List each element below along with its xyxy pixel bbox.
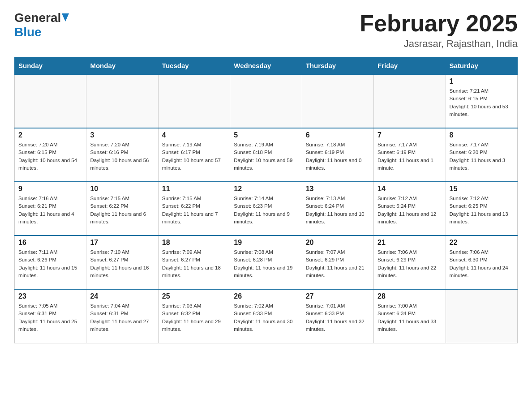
day-header-wednesday: Wednesday (230, 57, 302, 75)
day-info: Sunrise: 7:00 AMSunset: 6:34 PMDaylight:… (378, 302, 442, 333)
logo-blue-text: Blue (14, 25, 42, 39)
week-row-2: 2Sunrise: 7:20 AMSunset: 6:15 PMDaylight… (15, 128, 518, 182)
day-number: 27 (306, 292, 370, 300)
day-number: 5 (234, 131, 298, 139)
day-info: Sunrise: 7:06 AMSunset: 6:29 PMDaylight:… (378, 248, 442, 279)
calendar-cell: 18Sunrise: 7:09 AMSunset: 6:27 PMDayligh… (158, 235, 230, 289)
day-number: 19 (234, 239, 298, 247)
day-number: 12 (234, 185, 298, 193)
day-number: 22 (450, 239, 514, 247)
calendar-title: February 2025 (360, 11, 518, 36)
calendar-cell: 11Sunrise: 7:15 AMSunset: 6:22 PMDayligh… (158, 182, 230, 235)
calendar-cell: 19Sunrise: 7:08 AMSunset: 6:28 PMDayligh… (230, 235, 302, 289)
day-number: 17 (90, 239, 154, 247)
day-header-monday: Monday (86, 57, 158, 75)
day-info: Sunrise: 7:20 AMSunset: 6:15 PMDaylight:… (18, 141, 82, 172)
day-header-saturday: Saturday (446, 57, 517, 75)
day-info: Sunrise: 7:07 AMSunset: 6:29 PMDaylight:… (306, 248, 370, 279)
calendar-cell (230, 74, 302, 128)
day-header-tuesday: Tuesday (158, 57, 230, 75)
calendar-cell (302, 74, 373, 128)
calendar-cell: 12Sunrise: 7:14 AMSunset: 6:23 PMDayligh… (230, 182, 302, 235)
calendar-cell: 17Sunrise: 7:10 AMSunset: 6:27 PMDayligh… (86, 235, 158, 289)
day-number: 21 (378, 239, 442, 247)
day-info: Sunrise: 7:15 AMSunset: 6:22 PMDaylight:… (90, 195, 154, 226)
calendar-cell: 25Sunrise: 7:03 AMSunset: 6:32 PMDayligh… (158, 289, 230, 343)
day-number: 4 (162, 131, 226, 139)
title-section: February 2025 Jasrasar, Rajasthan, India (360, 11, 518, 50)
day-info: Sunrise: 7:19 AMSunset: 6:18 PMDaylight:… (234, 141, 298, 172)
calendar-cell: 13Sunrise: 7:13 AMSunset: 6:24 PMDayligh… (302, 182, 373, 235)
calendar-cell: 7Sunrise: 7:17 AMSunset: 6:19 PMDaylight… (374, 128, 446, 182)
logo: General Blue (14, 11, 69, 39)
day-info: Sunrise: 7:18 AMSunset: 6:19 PMDaylight:… (306, 141, 370, 172)
calendar-cell (446, 289, 517, 343)
day-number: 16 (18, 239, 82, 247)
days-header-row: SundayMondayTuesdayWednesdayThursdayFrid… (15, 57, 518, 75)
day-info: Sunrise: 7:08 AMSunset: 6:28 PMDaylight:… (234, 248, 298, 279)
day-info: Sunrise: 7:20 AMSunset: 6:16 PMDaylight:… (90, 141, 154, 172)
day-header-sunday: Sunday (15, 57, 86, 75)
week-row-1: 1Sunrise: 7:21 AMSunset: 6:15 PMDaylight… (15, 74, 518, 128)
calendar-cell (86, 74, 158, 128)
calendar-cell: 15Sunrise: 7:12 AMSunset: 6:25 PMDayligh… (446, 182, 517, 235)
day-number: 14 (378, 185, 442, 193)
week-row-3: 9Sunrise: 7:16 AMSunset: 6:21 PMDaylight… (15, 182, 518, 235)
calendar-cell: 10Sunrise: 7:15 AMSunset: 6:22 PMDayligh… (86, 182, 158, 235)
calendar-cell: 24Sunrise: 7:04 AMSunset: 6:31 PMDayligh… (86, 289, 158, 343)
calendar-cell: 8Sunrise: 7:17 AMSunset: 6:20 PMDaylight… (446, 128, 517, 182)
day-info: Sunrise: 7:04 AMSunset: 6:31 PMDaylight:… (90, 302, 154, 333)
calendar-cell: 28Sunrise: 7:00 AMSunset: 6:34 PMDayligh… (374, 289, 446, 343)
day-number: 9 (18, 185, 82, 193)
svg-marker-0 (62, 13, 69, 21)
calendar-cell (374, 74, 446, 128)
day-number: 3 (90, 131, 154, 139)
day-header-friday: Friday (374, 57, 446, 75)
day-number: 28 (378, 292, 442, 300)
week-row-5: 23Sunrise: 7:05 AMSunset: 6:31 PMDayligh… (15, 289, 518, 343)
day-number: 26 (234, 292, 298, 300)
day-header-thursday: Thursday (302, 57, 373, 75)
calendar-cell: 3Sunrise: 7:20 AMSunset: 6:16 PMDaylight… (86, 128, 158, 182)
calendar-cell (158, 74, 230, 128)
calendar-cell: 9Sunrise: 7:16 AMSunset: 6:21 PMDaylight… (15, 182, 86, 235)
day-number: 24 (90, 292, 154, 300)
day-number: 13 (306, 185, 370, 193)
day-info: Sunrise: 7:02 AMSunset: 6:33 PMDaylight:… (234, 302, 298, 333)
day-info: Sunrise: 7:16 AMSunset: 6:21 PMDaylight:… (18, 195, 82, 226)
calendar-cell: 1Sunrise: 7:21 AMSunset: 6:15 PMDaylight… (446, 74, 517, 128)
day-info: Sunrise: 7:19 AMSunset: 6:17 PMDaylight:… (162, 141, 226, 172)
logo-arrow-icon (62, 13, 69, 23)
calendar-cell: 20Sunrise: 7:07 AMSunset: 6:29 PMDayligh… (302, 235, 373, 289)
calendar-cell: 27Sunrise: 7:01 AMSunset: 6:33 PMDayligh… (302, 289, 373, 343)
day-info: Sunrise: 7:13 AMSunset: 6:24 PMDaylight:… (306, 195, 370, 226)
day-info: Sunrise: 7:17 AMSunset: 6:19 PMDaylight:… (378, 141, 442, 172)
day-number: 15 (450, 185, 514, 193)
day-number: 1 (450, 77, 514, 86)
day-info: Sunrise: 7:21 AMSunset: 6:15 PMDaylight:… (450, 87, 514, 118)
day-number: 2 (18, 131, 82, 139)
day-info: Sunrise: 7:17 AMSunset: 6:20 PMDaylight:… (450, 141, 514, 172)
calendar-table: SundayMondayTuesdayWednesdayThursdayFrid… (14, 57, 518, 343)
calendar-subtitle: Jasrasar, Rajasthan, India (360, 38, 518, 50)
day-info: Sunrise: 7:12 AMSunset: 6:25 PMDaylight:… (450, 195, 514, 226)
calendar-cell: 23Sunrise: 7:05 AMSunset: 6:31 PMDayligh… (15, 289, 86, 343)
day-info: Sunrise: 7:05 AMSunset: 6:31 PMDaylight:… (18, 302, 82, 333)
day-number: 8 (450, 131, 514, 139)
day-number: 20 (306, 239, 370, 247)
day-info: Sunrise: 7:06 AMSunset: 6:30 PMDaylight:… (450, 248, 514, 279)
day-info: Sunrise: 7:03 AMSunset: 6:32 PMDaylight:… (162, 302, 226, 333)
day-info: Sunrise: 7:10 AMSunset: 6:27 PMDaylight:… (90, 248, 154, 279)
week-row-4: 16Sunrise: 7:11 AMSunset: 6:26 PMDayligh… (15, 235, 518, 289)
day-number: 10 (90, 185, 154, 193)
day-info: Sunrise: 7:01 AMSunset: 6:33 PMDaylight:… (306, 302, 370, 333)
day-number: 23 (18, 292, 82, 300)
day-info: Sunrise: 7:11 AMSunset: 6:26 PMDaylight:… (18, 248, 82, 279)
day-number: 7 (378, 131, 442, 139)
day-info: Sunrise: 7:15 AMSunset: 6:22 PMDaylight:… (162, 195, 226, 226)
calendar-cell (15, 74, 86, 128)
day-number: 6 (306, 131, 370, 139)
calendar-cell: 16Sunrise: 7:11 AMSunset: 6:26 PMDayligh… (15, 235, 86, 289)
calendar-cell: 5Sunrise: 7:19 AMSunset: 6:18 PMDaylight… (230, 128, 302, 182)
calendar-cell: 21Sunrise: 7:06 AMSunset: 6:29 PMDayligh… (374, 235, 446, 289)
